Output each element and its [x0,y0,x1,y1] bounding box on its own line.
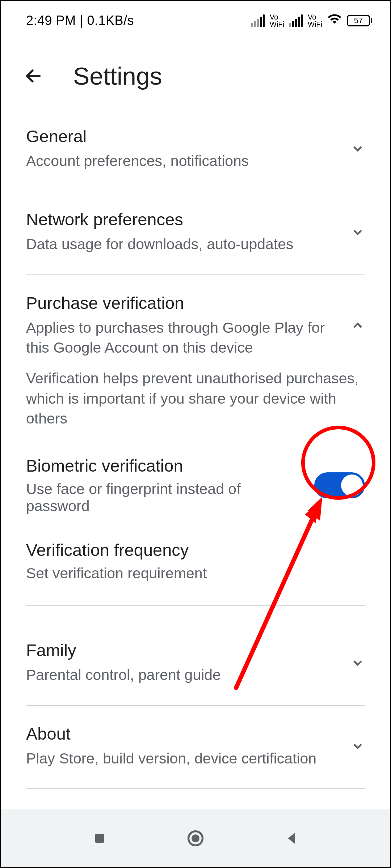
signal-bars-1-icon [251,14,265,27]
chevron-up-icon [350,318,365,333]
section-network-subtitle: Data usage for downloads, auto-updates [26,234,340,254]
nav-back-button[interactable] [281,827,302,849]
section-family-subtitle: Parental control, parent guide [26,665,340,685]
section-purchase[interactable]: Purchase verification Applies to purchas… [26,275,365,369]
chevron-down-icon [350,656,365,670]
nav-home-button[interactable] [185,827,206,849]
biometric-title: Biometric verification [26,456,303,476]
vowifi-1-label: Vo WiFi [270,13,284,28]
nav-recent-button[interactable] [89,827,110,849]
section-general-title: General [26,126,340,146]
status-time-network: 2:49 PM | 0.1KB/s [26,13,134,28]
signal-bars-2-icon [289,14,303,27]
app-header: Settings [1,37,390,108]
biometric-toggle[interactable] [314,472,365,498]
vowifi-2-label: Vo WiFi [308,13,322,28]
section-about[interactable]: About Play Store, build version, device … [26,706,365,789]
navigation-bar [1,809,390,867]
section-about-title: About [26,724,340,744]
verification-frequency-row[interactable]: Verification frequency Set verification … [26,527,365,598]
svg-point-6 [192,834,199,842]
back-button[interactable] [22,65,44,87]
section-general-subtitle: Account preferences, notifications [26,151,340,171]
biometric-verification-row[interactable]: Biometric verification Use face or finge… [26,443,365,527]
section-network-title: Network preferences [26,209,340,229]
svg-rect-4 [95,834,104,843]
section-general[interactable]: General Account preferences, notificatio… [26,108,365,191]
status-bar: 2:49 PM | 0.1KB/s Vo WiFi Vo WiFi 57 [1,1,390,37]
verification-frequency-subtitle: Set verification requirement [26,565,365,582]
section-purchase-subtitle: Applies to purchases through Google Play… [26,318,340,358]
chevron-down-icon [350,225,365,239]
biometric-subtitle: Use face or fingerprint instead of passw… [26,481,303,515]
status-icons: Vo WiFi Vo WiFi 57 [251,12,372,29]
wifi-icon [327,12,342,29]
section-purchase-title: Purchase verification [26,293,340,313]
purchase-info-text: Verification helps prevent unauthorised … [26,369,365,429]
battery-icon: 57 [347,15,372,26]
purchase-expanded-content: Verification helps prevent unauthorised … [26,369,365,622]
verification-frequency-title: Verification frequency [26,540,365,560]
chevron-down-icon [350,141,365,156]
section-about-subtitle: Play Store, build version, device certif… [26,749,340,769]
section-network[interactable]: Network preferences Data usage for downl… [26,191,365,275]
section-family[interactable]: Family Parental control, parent guide [26,622,365,705]
chevron-down-icon [350,739,365,753]
page-title: Settings [73,62,162,90]
section-family-title: Family [26,640,340,660]
